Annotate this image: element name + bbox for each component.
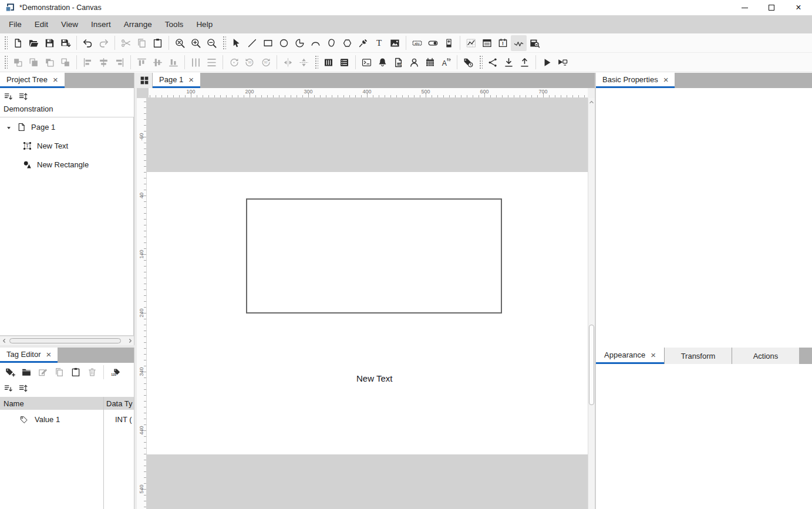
minimize-button[interactable]	[731, 0, 758, 15]
alarm-event-tool-button[interactable]: !	[495, 35, 511, 51]
scroll-left-button[interactable]	[0, 336, 8, 346]
trash-button[interactable]	[84, 365, 100, 380]
open-file-button[interactable]	[26, 35, 42, 51]
rotate-button[interactable]	[226, 55, 242, 70]
tab-actions[interactable]: Actions	[732, 348, 799, 364]
arc-tool-button[interactable]	[308, 35, 324, 51]
maximize-button[interactable]	[758, 0, 785, 15]
distribute-vertical-button[interactable]	[204, 55, 220, 70]
expand-all-button[interactable]	[16, 90, 29, 103]
align-center-button[interactable]	[96, 55, 112, 70]
tag-123-button[interactable]: 123	[107, 365, 123, 380]
menu-tools[interactable]: Tools	[159, 15, 190, 33]
toolbar-drag-handle[interactable]	[222, 35, 226, 50]
save-button[interactable]	[42, 35, 58, 51]
bring-to-front-button[interactable]	[26, 55, 42, 70]
tab-transform[interactable]: Transform	[664, 348, 732, 364]
alarm-bell-button[interactable]	[375, 55, 390, 70]
menu-arrange[interactable]: Arrange	[117, 15, 159, 33]
zoom-reset-button[interactable]	[172, 35, 188, 51]
schedule-button[interactable]	[422, 55, 438, 70]
rectangle-tool-button[interactable]	[260, 35, 276, 51]
tab-page-1[interactable]: Page 1 ×	[153, 73, 200, 88]
pen-tool-button[interactable]	[355, 35, 371, 51]
close-tab-icon[interactable]: ×	[46, 350, 52, 359]
console-button[interactable]	[359, 55, 375, 70]
ellipse-tool-button[interactable]	[276, 35, 292, 51]
menu-insert[interactable]: Insert	[85, 15, 117, 33]
scrollbar-thumb[interactable]	[9, 338, 121, 343]
tree-item-new-rectangle[interactable]: New Rectangle	[0, 155, 133, 174]
column-data-type[interactable]: Data Ty	[103, 399, 133, 408]
zoom-out-button[interactable]	[204, 35, 220, 51]
toolbar-drag-handle[interactable]	[4, 55, 8, 70]
new-file-button[interactable]	[10, 35, 26, 51]
send-to-back-button[interactable]	[42, 55, 58, 70]
flip-vertical-button[interactable]	[296, 55, 312, 70]
tab-tag-editor[interactable]: Tag Editor ×	[0, 348, 58, 363]
align-right-button[interactable]	[112, 55, 127, 70]
device-button[interactable]	[321, 55, 336, 70]
pie-tool-button[interactable]	[292, 35, 308, 51]
canvas-text[interactable]: New Text	[356, 373, 392, 383]
tree-item-page-1[interactable]: Page 1	[0, 117, 133, 136]
collapse-all-button[interactable]	[2, 382, 15, 395]
scrollbar-track[interactable]	[8, 336, 126, 346]
upload-button[interactable]	[517, 55, 533, 70]
image-tool-button[interactable]	[387, 35, 403, 51]
align-left-button[interactable]	[80, 55, 96, 70]
freeform-tool-button[interactable]	[324, 35, 339, 51]
scroll-right-button[interactable]	[126, 336, 134, 346]
project-root-label[interactable]: Demonstration	[4, 105, 53, 113]
tab-appearance[interactable]: Appearance×	[596, 348, 664, 364]
redo-button[interactable]	[96, 35, 112, 51]
undo-button[interactable]	[80, 35, 96, 51]
copy-button[interactable]	[134, 35, 150, 51]
align-top-button[interactable]	[134, 55, 150, 70]
close-tab-icon[interactable]: ×	[53, 75, 58, 84]
scrollbar-thumb[interactable]	[589, 325, 594, 405]
tag-add-button[interactable]	[2, 365, 18, 380]
pages-overview-button[interactable]	[137, 73, 152, 88]
share-button[interactable]	[485, 55, 501, 70]
rotate-ccw-button[interactable]: 90	[242, 55, 258, 70]
run-remote-button[interactable]	[555, 55, 571, 70]
line-tool-button[interactable]	[244, 35, 260, 51]
folder-button[interactable]	[18, 365, 34, 380]
menu-help[interactable]: Help	[190, 15, 219, 33]
run-button[interactable]	[539, 55, 555, 70]
bring-forward-button[interactable]	[10, 55, 26, 70]
column-name[interactable]: Name	[0, 399, 103, 408]
toolbar-drag-handle[interactable]	[314, 55, 318, 70]
toggle-tool-button[interactable]	[425, 35, 441, 51]
tab-basic-properties[interactable]: Basic Properties ×	[596, 73, 675, 88]
toolbar-drag-handle[interactable]	[479, 55, 483, 70]
close-tab-icon[interactable]: ×	[663, 75, 669, 84]
polygon-tool-button[interactable]	[339, 35, 355, 51]
trend-tool-button[interactable]	[511, 35, 527, 51]
horizontal-scrollbar[interactable]	[0, 336, 134, 345]
edit-button[interactable]	[35, 365, 50, 380]
log-file-button[interactable]: LOG	[390, 55, 406, 70]
level-tool-button[interactable]	[441, 35, 457, 51]
tag-history-button[interactable]	[460, 55, 476, 70]
align-middle-button[interactable]	[150, 55, 166, 70]
align-bottom-button[interactable]	[166, 55, 181, 70]
menu-edit[interactable]: Edit	[28, 15, 55, 33]
select-tool-button[interactable]	[228, 35, 244, 51]
textfield-tool-button[interactable]: abc	[409, 35, 425, 51]
close-button[interactable]: ×	[785, 0, 812, 15]
property-list-button[interactable]	[336, 55, 352, 70]
flip-horizontal-button[interactable]	[280, 55, 296, 70]
rotate-cw-button[interactable]: 90	[258, 55, 274, 70]
send-backward-button[interactable]	[58, 55, 73, 70]
collapse-all-button[interactable]	[2, 90, 15, 103]
download-button[interactable]	[501, 55, 517, 70]
tag-row[interactable]: Value 1INT (	[0, 410, 134, 429]
close-tab-icon[interactable]: ×	[651, 350, 656, 359]
distribute-horizontal-button[interactable]	[188, 55, 204, 70]
zoom-in-button[interactable]	[188, 35, 204, 51]
preview-tool-button[interactable]	[527, 35, 543, 51]
shape-rectangle[interactable]	[246, 198, 502, 314]
expand-all-button[interactable]	[16, 382, 29, 395]
